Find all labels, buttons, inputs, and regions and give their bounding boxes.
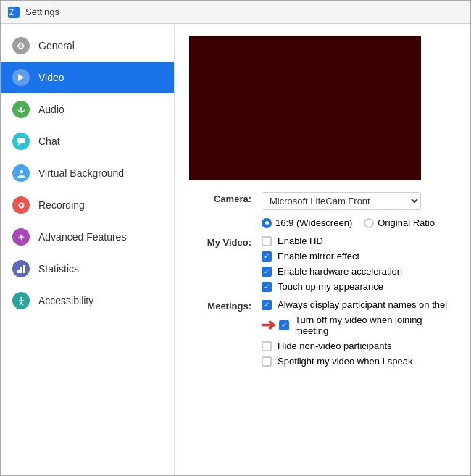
svg-marker-2: [18, 74, 24, 81]
svg-rect-11: [20, 267, 22, 273]
mirror-effect-checkbox: [262, 251, 272, 262]
svg-point-7: [20, 170, 23, 173]
general-icon: ⚙: [12, 37, 30, 54]
spotlight-checkbox: [262, 356, 272, 367]
hide-non-video-checkbox: [262, 341, 272, 351]
recording-icon: [12, 196, 30, 214]
svg-point-9: [20, 204, 22, 206]
sidebar-label-chat: Chat: [38, 135, 60, 147]
ratio-widescreen-label: 16:9 (Widescreen): [275, 217, 352, 228]
app-icon: Z: [8, 7, 20, 18]
svg-text:Z: Z: [9, 9, 14, 17]
sidebar-item-virtual-background[interactable]: Virtual Background: [1, 157, 174, 189]
participant-names-label: Always display participant names on thei: [278, 299, 447, 310]
mirror-effect-row[interactable]: Enable mirror effect: [262, 251, 456, 262]
sidebar-item-general[interactable]: ⚙ General: [1, 30, 174, 62]
meetings-row: Meetings: Always display participant nam…: [189, 299, 456, 367]
sidebar-label-video: Video: [38, 72, 64, 83]
radio-original-circle: [364, 218, 374, 228]
radio-widescreen-circle: [262, 218, 272, 228]
camera-label: Camera:: [189, 192, 262, 204]
content-area: ⚙ General Video Audio: [1, 24, 470, 475]
video-icon: [12, 69, 30, 86]
svg-rect-3: [20, 107, 22, 111]
audio-icon: [12, 101, 30, 118]
main-panel: Camera: Microsoft LifeCam Front 16:9 (Wi…: [175, 24, 470, 475]
turn-off-video-checkbox: [279, 320, 289, 330]
hide-non-video-row[interactable]: Hide non-video participants: [262, 341, 456, 351]
my-video-controls: Enable HD Enable mirror effect Enable ha…: [262, 235, 456, 292]
titlebar: Z Settings: [1, 1, 470, 24]
red-arrow-icon: ➜: [260, 316, 276, 335]
settings-window: Z Settings ⚙ General Video: [0, 0, 471, 476]
sidebar-item-advanced-features[interactable]: ✦ Advanced Features: [1, 221, 174, 253]
sidebar-item-accessibility[interactable]: Accessibility: [1, 285, 174, 317]
touch-up-label: Touch up my appearance: [278, 281, 383, 292]
hw-acceleration-label: Enable hardware acceleration: [278, 266, 402, 277]
svg-point-13: [20, 297, 22, 299]
ratio-widescreen[interactable]: 16:9 (Widescreen): [262, 217, 352, 228]
statistics-icon: [12, 260, 30, 277]
window-title: Settings: [25, 7, 59, 17]
hw-acceleration-row[interactable]: Enable hardware acceleration: [262, 266, 456, 277]
svg-rect-5: [17, 138, 25, 143]
ratio-original[interactable]: Original Ratio: [364, 217, 435, 228]
touch-up-checkbox: [262, 282, 272, 292]
sidebar-label-vbg: Virtual Background: [38, 167, 124, 179]
sidebar-item-audio[interactable]: Audio: [1, 93, 174, 125]
ratio-row: 16:9 (Widescreen) Original Ratio: [262, 217, 456, 228]
enable-hd-row[interactable]: Enable HD: [262, 235, 456, 246]
sidebar-label-accessibility: Accessibility: [38, 295, 93, 306]
camera-controls: Microsoft LifeCam Front 16:9 (Widescreen…: [262, 192, 456, 228]
spotlight-label: Spotlight my video when I speak: [278, 356, 412, 367]
sidebar-item-chat[interactable]: Chat: [1, 125, 174, 157]
my-video-row: My Video: Enable HD Enable mirror effect…: [189, 235, 456, 292]
virtual-background-icon: [12, 164, 30, 182]
svg-rect-12: [23, 265, 25, 273]
my-video-label: My Video:: [189, 235, 262, 248]
participant-names-checkbox: [262, 300, 272, 310]
enable-hd-checkbox: [262, 236, 272, 246]
sidebar-item-statistics[interactable]: Statistics: [1, 253, 174, 285]
camera-preview: [189, 36, 421, 180]
sidebar-label-statistics: Statistics: [38, 263, 79, 275]
sidebar-label-audio: Audio: [38, 104, 64, 115]
hw-acceleration-checkbox: [262, 267, 272, 277]
turn-off-video-row: ➜ Turn off my video when joining meeting: [262, 314, 456, 336]
participant-names-row[interactable]: Always display participant names on thei: [262, 299, 456, 310]
camera-select[interactable]: Microsoft LifeCam Front: [262, 192, 421, 210]
sidebar-item-video[interactable]: Video: [1, 62, 174, 93]
spotlight-row[interactable]: Spotlight my video when I speak: [262, 356, 456, 367]
svg-rect-10: [17, 270, 20, 273]
sidebar-label-recording: Recording: [38, 199, 85, 211]
camera-row: Camera: Microsoft LifeCam Front 16:9 (Wi…: [189, 192, 456, 228]
hide-non-video-label: Hide non-video participants: [278, 341, 392, 351]
sidebar: ⚙ General Video Audio: [1, 24, 175, 475]
sidebar-label-advanced: Advanced Features: [38, 231, 126, 243]
enable-hd-label: Enable HD: [278, 235, 323, 246]
sidebar-label-general: General: [38, 40, 75, 51]
chat-icon: [12, 133, 30, 150]
mirror-effect-label: Enable mirror effect: [278, 251, 359, 262]
turn-off-video-checkbox-row[interactable]: Turn off my video when joining meeting: [279, 314, 456, 336]
sidebar-item-recording[interactable]: Recording: [1, 189, 174, 221]
meetings-controls: Always display participant names on thei…: [262, 299, 456, 367]
ratio-original-label: Original Ratio: [378, 217, 435, 228]
accessibility-icon: [12, 292, 30, 309]
meetings-label: Meetings:: [189, 299, 262, 312]
touch-up-row[interactable]: Touch up my appearance: [262, 281, 456, 292]
turn-off-video-label: Turn off my video when joining meeting: [295, 314, 456, 336]
advanced-features-icon: ✦: [12, 228, 30, 246]
svg-line-17: [21, 303, 23, 305]
svg-marker-6: [17, 143, 21, 146]
